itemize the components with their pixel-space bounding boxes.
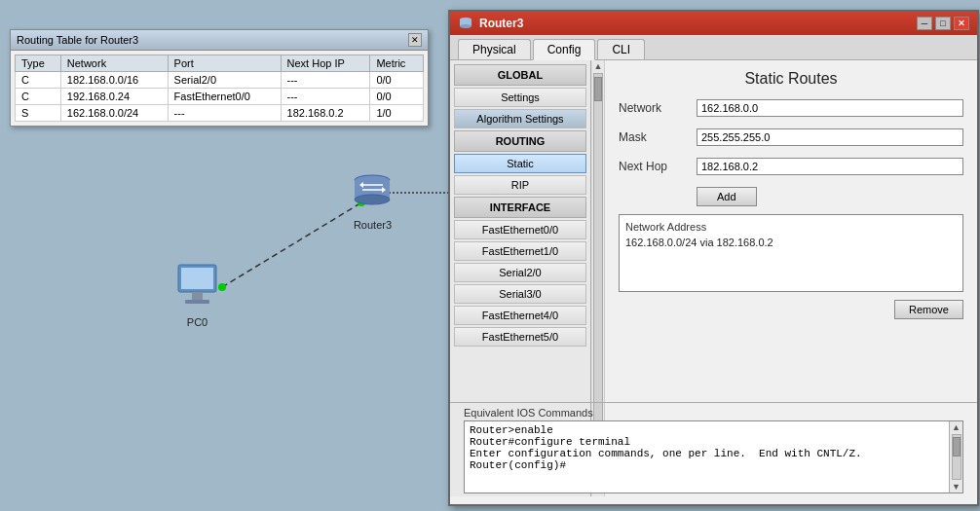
routing-table-title: Routing Table for Router3 <box>17 34 138 46</box>
cell-port: --- <box>168 105 281 122</box>
router-window: Router3 ─ □ ✕ Physical Config CLI GLOBAL… <box>448 10 979 506</box>
interface-btn-serial2-0[interactable]: Serial2/0 <box>454 263 586 282</box>
interface-btn-fastethernet1-0[interactable]: FastEthernet1/0 <box>454 241 586 261</box>
svg-point-18 <box>460 24 471 28</box>
network-field-label: Network <box>619 101 697 115</box>
nexthop-row: Next Hop <box>619 158 963 175</box>
cell-metric: 1/0 <box>370 105 424 122</box>
static-btn[interactable]: Static <box>454 154 586 173</box>
interface-btn-fastethernet0-0[interactable]: FastEthernet0/0 <box>454 220 586 239</box>
algorithm-settings-btn[interactable]: Algorithm Settings <box>454 109 586 128</box>
cell-next_hop: --- <box>281 72 370 89</box>
cell-next_hop: --- <box>281 89 370 105</box>
pc-icon <box>175 263 219 311</box>
tab-config[interactable]: Config <box>533 39 596 60</box>
add-button[interactable]: Add <box>697 187 757 206</box>
static-routes-title: Static Routes <box>619 70 963 88</box>
network-address-box: Network Address 162.168.0.0/24 via 182.1… <box>619 214 963 292</box>
close-button[interactable]: ✕ <box>954 17 969 30</box>
tab-physical[interactable]: Physical <box>458 39 531 59</box>
main-content-area: Static Routes Network Mask Next Hop Add <box>605 60 977 496</box>
routing-table-content: Type Network Port Next Hop IP Metric C18… <box>11 51 428 126</box>
cell-metric: 0/0 <box>370 72 424 89</box>
router-title-icon <box>458 16 473 31</box>
ios-terminal-container: Router>enable Router#configure terminal … <box>464 420 963 493</box>
svg-rect-14 <box>192 292 203 300</box>
remove-button[interactable]: Remove <box>894 300 963 319</box>
network-address-title: Network Address <box>625 221 957 233</box>
routing-table-window: Routing Table for Router3 ✕ Type Network… <box>10 29 429 127</box>
col-type: Type <box>16 55 61 72</box>
cell-type: S <box>16 105 61 122</box>
window-buttons: ─ □ ✕ <box>917 17 969 30</box>
col-port: Port <box>168 55 281 72</box>
title-left: Router3 <box>458 16 523 31</box>
svg-line-0 <box>222 204 358 287</box>
router-titlebar: Router3 ─ □ ✕ <box>450 12 977 35</box>
nexthop-input[interactable] <box>697 158 963 175</box>
tab-cli[interactable]: CLI <box>597 39 645 59</box>
cell-type: C <box>16 89 61 105</box>
ios-scrollbar[interactable]: ▲ ▼ <box>949 421 962 493</box>
cell-type: C <box>16 72 61 89</box>
settings-btn[interactable]: Settings <box>454 88 586 107</box>
cell-network: 162.168.0.0/24 <box>60 105 168 122</box>
table-row: S162.168.0.0/24---182.168.0.21/0 <box>16 105 424 122</box>
cell-network: 182.168.0.0/16 <box>60 72 168 89</box>
table-row: C182.168.0.0/16Serial2/0---0/0 <box>16 72 424 89</box>
col-metric: Metric <box>370 55 424 72</box>
interface-btn-serial3-0[interactable]: Serial3/0 <box>454 284 586 304</box>
router-title: Router3 <box>479 17 523 30</box>
global-section-btn[interactable]: GLOBAL <box>454 64 586 86</box>
network-input[interactable] <box>697 99 963 117</box>
mask-input[interactable] <box>697 128 963 146</box>
mask-field-label: Mask <box>619 130 697 144</box>
interface-btn-fastethernet4-0[interactable]: FastEthernet4/0 <box>454 306 586 325</box>
svg-rect-13 <box>181 268 213 289</box>
ios-label: Equivalent IOS Commands <box>464 407 963 419</box>
cell-network: 192.168.0.24 <box>60 89 168 105</box>
cell-port: FastEthernet0/0 <box>168 89 281 105</box>
routing-table-titlebar: Routing Table for Router3 ✕ <box>11 30 428 51</box>
ios-terminal[interactable]: Router>enable Router#configure terminal … <box>465 421 949 493</box>
network-row: Network <box>619 99 963 117</box>
routing-section-btn[interactable]: ROUTING <box>454 130 586 152</box>
router-device[interactable]: Router3 <box>351 170 395 231</box>
rip-btn[interactable]: RIP <box>454 175 586 195</box>
minimize-button[interactable]: ─ <box>917 17 932 30</box>
cell-port: Serial2/0 <box>168 72 281 89</box>
cell-next_hop: 182.168.0.2 <box>281 105 370 122</box>
table-row: C192.168.0.24FastEthernet0/0---0/0 <box>16 89 424 105</box>
router-body: GLOBAL Settings Algorithm Settings ROUTI… <box>450 60 977 496</box>
cell-metric: 0/0 <box>370 89 424 105</box>
col-network: Network <box>60 55 168 72</box>
maximize-button[interactable]: □ <box>935 17 951 30</box>
ios-section: Equivalent IOS Commands Router>enable Ro… <box>450 402 977 504</box>
pc-label: PC0 <box>175 316 219 328</box>
svg-point-7 <box>355 195 390 204</box>
router-icon <box>351 170 395 214</box>
svg-point-2 <box>218 283 226 291</box>
interface-btn-fastethernet5-0[interactable]: FastEthernet5/0 <box>454 327 586 347</box>
interface-section-btn[interactable]: INTERFACE <box>454 197 586 218</box>
col-nexthop: Next Hop IP <box>281 55 370 72</box>
nexthop-field-label: Next Hop <box>619 160 697 173</box>
router-label: Router3 <box>351 219 395 231</box>
mask-row: Mask <box>619 128 963 146</box>
svg-rect-15 <box>185 300 209 304</box>
network-address-entry: 162.168.0.0/24 via 182.168.0.2 <box>625 237 957 248</box>
routing-table-close[interactable]: ✕ <box>408 33 422 47</box>
pc-device[interactable]: PC0 <box>175 263 219 328</box>
tabs-bar: Physical Config CLI <box>450 35 977 60</box>
remove-row: Remove <box>619 300 963 319</box>
routing-table: Type Network Port Next Hop IP Metric C18… <box>15 55 424 122</box>
